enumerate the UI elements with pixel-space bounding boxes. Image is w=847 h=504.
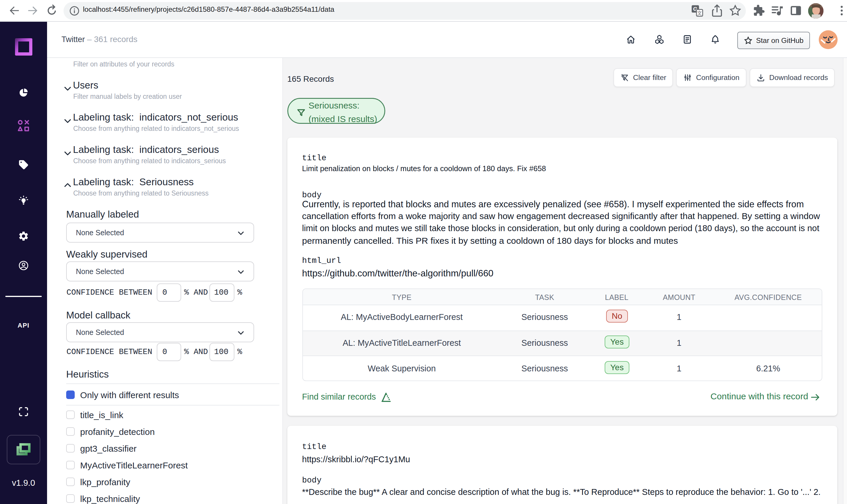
svg-text:文: 文: [697, 10, 702, 16]
